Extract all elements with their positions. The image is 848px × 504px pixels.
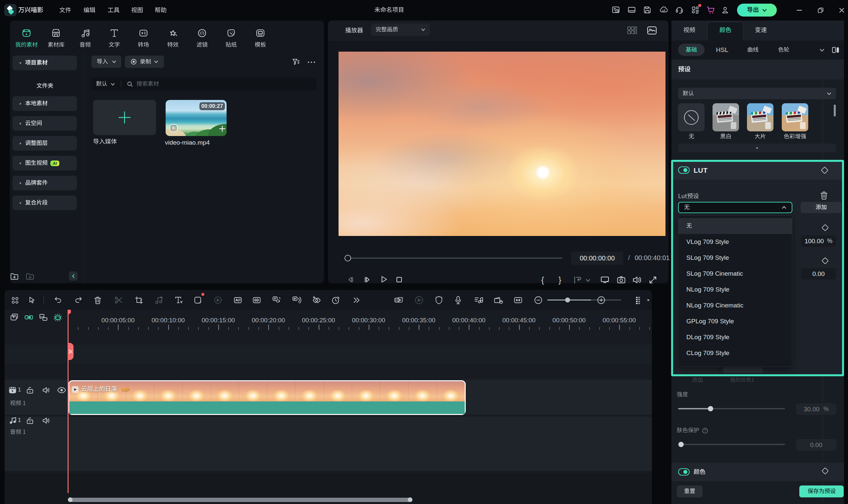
svg-text:?: ? bbox=[704, 429, 706, 433]
